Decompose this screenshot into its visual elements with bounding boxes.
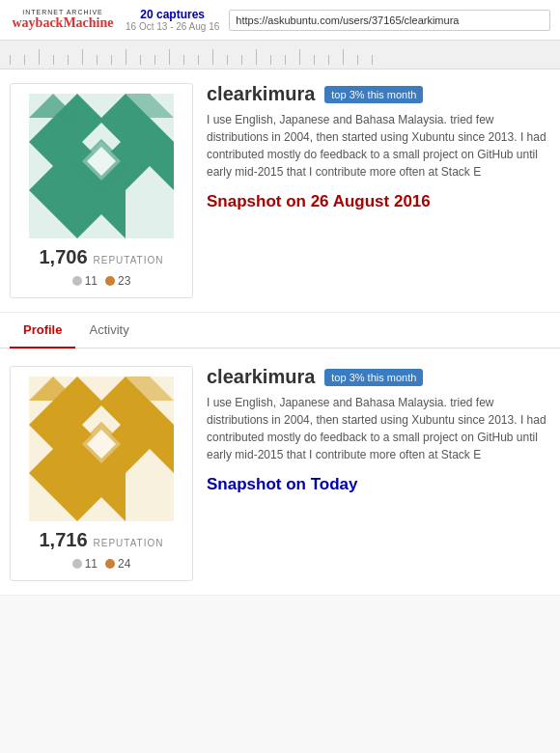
captures-date: 16 Oct 13 - 26 Aug 16	[126, 21, 219, 32]
user-header-2: clearkimura top 3% this month	[207, 366, 546, 388]
internet-archive-text: INTERNET ARCHIVE	[22, 9, 103, 15]
silver-dot-1	[72, 276, 82, 286]
user-info-2: clearkimura top 3% this month I use Engl…	[207, 366, 546, 581]
silver-count-1: 11	[85, 274, 98, 288]
tick	[256, 49, 257, 65]
machine-text: Machine	[63, 15, 113, 31]
tick	[328, 55, 329, 65]
tab-activity[interactable]: Activity	[75, 313, 142, 349]
wayback-text: wayback	[12, 15, 63, 31]
card-section-1: 1,706 REPUTATION 11 23 clearkimura top 3…	[0, 70, 560, 313]
url-bar[interactable]: https://askubuntu.com/users/37165/cleark…	[229, 10, 550, 31]
timeline-ticks	[10, 45, 373, 65]
silver-count-2: 11	[85, 557, 98, 571]
avatar-gold	[29, 376, 174, 521]
tick	[82, 49, 83, 65]
username-2: clearkimura	[207, 366, 315, 388]
avatar-box-2: 1,716 REPUTATION 11 24	[10, 366, 193, 581]
tick	[314, 55, 315, 65]
tick	[154, 55, 155, 65]
tick	[241, 55, 242, 65]
tick	[227, 55, 228, 65]
user-header-1: clearkimura top 3% this month	[207, 83, 546, 105]
tab-profile[interactable]: Profile	[10, 313, 75, 349]
bronze-count-1: 23	[118, 274, 130, 288]
username-1: clearkimura	[207, 83, 315, 105]
card-section-2: 1,716 REPUTATION 11 24 clearkimura top 3…	[0, 352, 560, 596]
top-badge-1: top 3% this month	[324, 86, 423, 103]
bronze-badge-1: 23	[105, 274, 130, 288]
user-bio-1: I use English, Japanese and Bahasa Malay…	[207, 111, 546, 181]
user-bio-2: I use English, Japanese and Bahasa Malay…	[207, 394, 546, 463]
bronze-count-2: 24	[118, 557, 130, 571]
captures-info: 20 captures 16 Oct 13 - 26 Aug 16	[126, 8, 219, 32]
avatar-green	[29, 94, 174, 238]
tick	[97, 55, 98, 65]
reputation-label-2: REPUTATION	[94, 538, 164, 548]
tick	[285, 55, 286, 65]
tick	[111, 55, 112, 65]
snapshot-label-1: Snapshot on 26 August 2016	[207, 192, 546, 211]
captures-count: 20 captures	[140, 8, 205, 21]
top-bar: INTERNET ARCHIVE wayback Machine 20 capt…	[0, 0, 560, 41]
silver-badge-1: 11	[72, 274, 98, 288]
bronze-dot-1	[105, 276, 115, 286]
bronze-dot-2	[105, 559, 115, 569]
reputation-row-2: 1,716 REPUTATION	[39, 529, 163, 551]
tick	[198, 55, 199, 65]
reputation-label-1: REPUTATION	[94, 255, 164, 265]
main-content: 1,706 REPUTATION 11 23 clearkimura top 3…	[0, 70, 560, 596]
tick	[169, 49, 170, 65]
tick	[68, 55, 69, 65]
tick	[140, 55, 141, 65]
tick	[24, 55, 25, 65]
tick	[270, 55, 271, 65]
top-badge-2: top 3% this month	[324, 369, 423, 386]
badges-row-2: 11 24	[72, 557, 131, 571]
bronze-badge-2: 24	[105, 557, 130, 571]
silver-dot-2	[72, 559, 82, 569]
badges-row-1: 11 23	[72, 274, 131, 288]
tick	[299, 49, 300, 65]
svg-marker-28	[126, 473, 174, 521]
tick	[10, 55, 11, 65]
reputation-number-2: 1,716	[39, 529, 87, 551]
tick	[212, 49, 213, 65]
timeline-bar	[0, 41, 560, 70]
tick	[126, 49, 126, 65]
reputation-number-1: 1,706	[39, 246, 87, 268]
tick	[39, 49, 40, 65]
avatar-box-1: 1,706 REPUTATION 11 23	[10, 83, 193, 298]
tick	[357, 55, 358, 65]
user-info-1: clearkimura top 3% this month I use Engl…	[207, 83, 546, 298]
tabs-bar: Profile Activity	[0, 313, 560, 349]
tick	[53, 55, 54, 65]
tick	[343, 49, 344, 65]
svg-marker-11	[126, 190, 174, 238]
tick	[372, 55, 373, 65]
silver-badge-2: 11	[72, 557, 98, 571]
tick	[183, 55, 184, 65]
reputation-row-1: 1,706 REPUTATION	[39, 246, 163, 268]
snapshot-label-2: Snapshot on Today	[207, 475, 546, 494]
wayback-logo: INTERNET ARCHIVE wayback Machine	[10, 9, 116, 31]
